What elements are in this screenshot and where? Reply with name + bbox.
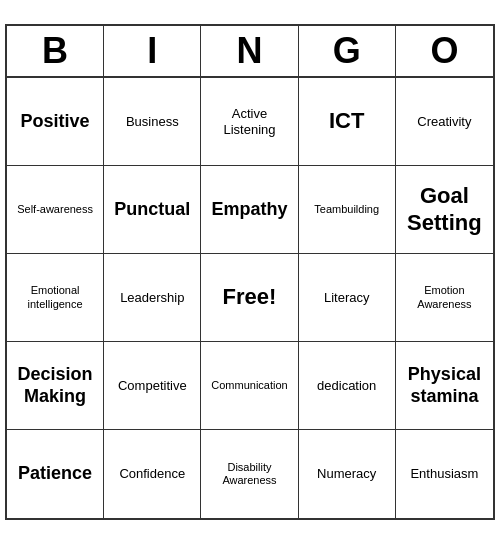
cell-text-20: Patience <box>18 463 92 485</box>
bingo-card: BINGO PositiveBusinessActive ListeningIC… <box>5 24 495 520</box>
bingo-cell-19: Physical stamina <box>396 342 493 430</box>
bingo-cell-3: ICT <box>299 78 396 166</box>
cell-text-0: Positive <box>21 111 90 133</box>
cell-text-11: Leadership <box>120 290 184 306</box>
cell-text-10: Emotional intelligence <box>11 284 99 310</box>
cell-text-7: Empathy <box>211 199 287 221</box>
bingo-grid: PositiveBusinessActive ListeningICTCreat… <box>7 78 493 518</box>
cell-text-19: Physical stamina <box>400 364 489 407</box>
bingo-cell-2: Active Listening <box>201 78 298 166</box>
cell-text-6: Punctual <box>114 199 190 221</box>
cell-text-8: Teambuilding <box>314 203 379 216</box>
cell-text-3: ICT <box>329 108 364 134</box>
bingo-letter-g: G <box>299 26 396 76</box>
bingo-cell-11: Leadership <box>104 254 201 342</box>
cell-text-9: Goal Setting <box>400 183 489 236</box>
bingo-cell-17: Communication <box>201 342 298 430</box>
bingo-cell-23: Numeracy <box>299 430 396 518</box>
cell-text-22: Disability Awareness <box>205 461 293 487</box>
bingo-cell-16: Competitive <box>104 342 201 430</box>
cell-text-12: Free! <box>223 284 277 310</box>
bingo-letter-i: I <box>104 26 201 76</box>
bingo-cell-0: Positive <box>7 78 104 166</box>
bingo-cell-10: Emotional intelligence <box>7 254 104 342</box>
cell-text-2: Active Listening <box>205 106 293 137</box>
bingo-cell-15: Decision Making <box>7 342 104 430</box>
bingo-cell-13: Literacy <box>299 254 396 342</box>
bingo-cell-7: Empathy <box>201 166 298 254</box>
bingo-cell-20: Patience <box>7 430 104 518</box>
cell-text-23: Numeracy <box>317 466 376 482</box>
cell-text-17: Communication <box>211 379 287 392</box>
cell-text-21: Confidence <box>119 466 185 482</box>
bingo-cell-18: dedication <box>299 342 396 430</box>
bingo-header: BINGO <box>7 26 493 78</box>
bingo-letter-o: O <box>396 26 493 76</box>
cell-text-24: Enthusiasm <box>410 466 478 482</box>
bingo-cell-1: Business <box>104 78 201 166</box>
bingo-cell-4: Creativity <box>396 78 493 166</box>
bingo-cell-22: Disability Awareness <box>201 430 298 518</box>
bingo-cell-5: Self-awareness <box>7 166 104 254</box>
cell-text-18: dedication <box>317 378 376 394</box>
cell-text-4: Creativity <box>417 114 471 130</box>
cell-text-16: Competitive <box>118 378 187 394</box>
bingo-cell-21: Confidence <box>104 430 201 518</box>
cell-text-1: Business <box>126 114 179 130</box>
cell-text-14: Emotion Awareness <box>400 284 489 310</box>
bingo-cell-24: Enthusiasm <box>396 430 493 518</box>
bingo-cell-6: Punctual <box>104 166 201 254</box>
bingo-cell-8: Teambuilding <box>299 166 396 254</box>
bingo-cell-9: Goal Setting <box>396 166 493 254</box>
cell-text-5: Self-awareness <box>17 203 93 216</box>
bingo-letter-n: N <box>201 26 298 76</box>
bingo-cell-12: Free! <box>201 254 298 342</box>
bingo-cell-14: Emotion Awareness <box>396 254 493 342</box>
cell-text-13: Literacy <box>324 290 370 306</box>
cell-text-15: Decision Making <box>11 364 99 407</box>
bingo-letter-b: B <box>7 26 104 76</box>
